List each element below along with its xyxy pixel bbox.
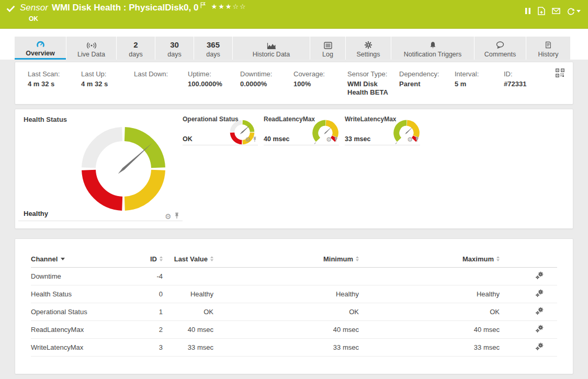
gear-icon[interactable]: ⚙ (326, 136, 332, 143)
info-last-up: Last Up:4 m 32 s (81, 70, 134, 104)
channel-settings-icon[interactable] (535, 342, 544, 352)
email-icon[interactable] (552, 8, 560, 14)
health-status-gauge (80, 125, 167, 213)
object-kind-label: Sensor (20, 3, 48, 13)
info-coverage: Coverage:100% (293, 70, 347, 104)
gauge-block-write-latency: WriteLatencyMax 33 msec ⚙ (345, 113, 420, 145)
tab-history[interactable]: History (526, 37, 570, 60)
main-gauge-value: Healthy (24, 210, 48, 217)
info-uptime: Uptime:100.0000% (188, 70, 240, 104)
header-actions (525, 7, 581, 15)
info-sensor-type: Sensor Type:WMI Disk Health BETA (347, 70, 399, 104)
main-gauge-title: Health Status (24, 116, 67, 123)
caret-down-icon (576, 10, 581, 13)
bell-icon (429, 40, 437, 49)
channel-name[interactable]: Health Status (31, 290, 72, 298)
pin-icon[interactable] (174, 212, 179, 221)
tab-historic-data[interactable]: Historic Data (233, 37, 310, 60)
tab-live-data[interactable]: Live Data (66, 37, 116, 60)
gear-icon (364, 40, 372, 49)
pause-icon[interactable] (525, 7, 531, 15)
divider (183, 145, 258, 145)
table-row: Operational Status 1 OK OK OK (31, 303, 557, 321)
table-row: WriteLatencyMax 3 33 msec 33 msec 33 mse… (31, 339, 557, 357)
area-chart-icon (267, 40, 276, 49)
broadcast-icon (87, 40, 96, 49)
divider (264, 145, 339, 145)
divider (345, 145, 420, 145)
channel-name[interactable]: Operational Status (31, 308, 87, 316)
channel-settings-icon[interactable] (535, 271, 544, 281)
info-downtime: Downtime:0.0000% (240, 70, 293, 104)
info-dependency: Dependency:Parent (399, 70, 455, 104)
channel-name[interactable]: Downtime (31, 272, 61, 280)
gear-icon[interactable]: ⚙ (245, 136, 251, 143)
tab-comments[interactable]: Comments (474, 37, 526, 60)
pin-icon[interactable] (253, 135, 257, 144)
status-badge: OK (29, 15, 247, 22)
sensor-page: Sensor WMI Disk Health : PhysicalDisk0, … (0, 0, 588, 379)
tab-notification-triggers[interactable]: Notification Triggers (391, 37, 474, 60)
table-row: Downtime -4 (31, 268, 557, 285)
info-id: ID:#72331 (504, 70, 556, 104)
channel-name[interactable]: ReadLatencyMax (31, 326, 84, 334)
column-header-id[interactable]: ID (131, 255, 163, 263)
tab-overview[interactable]: Overview (15, 37, 66, 60)
channel-settings-icon[interactable] (535, 307, 544, 317)
column-header-minimum[interactable]: Minimum (213, 255, 359, 263)
priority-stars[interactable]: ★★★☆☆ (211, 3, 246, 10)
log-icon (324, 40, 332, 49)
tab-30-days[interactable]: 30 days (155, 37, 194, 60)
comment-icon (495, 40, 505, 49)
pin-icon[interactable] (334, 135, 338, 144)
table-header-row: Channel ID Last Value Minimum Maximum (31, 250, 557, 268)
flag-icon[interactable] (200, 1, 206, 10)
tab-log[interactable]: Log (310, 37, 345, 60)
tab-settings[interactable]: Settings (346, 37, 391, 60)
channel-table-panel: Channel ID Last Value Minimum Maximum Do… (15, 238, 573, 374)
channel-settings-icon[interactable] (535, 325, 544, 335)
column-header-maximum[interactable]: Maximum (359, 255, 500, 263)
column-header-channel[interactable]: Channel (31, 255, 131, 263)
sort-desc-icon (61, 258, 65, 260)
pin-icon[interactable] (415, 135, 419, 144)
divider (18, 221, 183, 221)
refresh-icon[interactable] (567, 7, 581, 15)
page-title: WMI Disk Health : PhysicalDisk0, 0 (52, 3, 199, 13)
sort-icon (496, 256, 500, 261)
main-gauge-tools: ⚙ (165, 212, 179, 221)
channel-name[interactable]: WriteLatencyMax (31, 343, 83, 351)
tab-bar: Overview Live Data 2 days 30 days 365 da… (15, 37, 570, 60)
sensor-titles: Sensor WMI Disk Health : PhysicalDisk0, … (20, 3, 247, 22)
history-icon (545, 40, 552, 49)
info-last-down: Last Down: (134, 70, 188, 104)
info-last-scan: Last Scan:4 m 32 s (28, 70, 81, 104)
channel-settings-icon[interactable] (535, 289, 544, 299)
tab-365-days[interactable]: 365 days (194, 37, 232, 60)
gauge-icon (36, 39, 45, 48)
gear-icon[interactable]: ⚙ (165, 213, 172, 220)
qr-code-icon[interactable] (556, 68, 564, 79)
table-row: ReadLatencyMax 2 40 msec 40 msec 40 msec (31, 321, 557, 339)
gear-icon[interactable]: ⚙ (407, 136, 413, 143)
column-header-last-value[interactable]: Last Value (163, 255, 213, 263)
sensor-info-panel: Last Scan:4 m 32 s Last Up:4 m 32 s Last… (15, 62, 573, 105)
add-report-icon[interactable] (538, 7, 545, 15)
tab-2-days[interactable]: 2 days (117, 37, 155, 60)
gauge-block-read-latency: ReadLatencyMax 40 msec ⚙ (264, 113, 339, 145)
gauge-block-operational-status: Operational Status OK ⚙ (183, 113, 258, 145)
gauges-panel: Health Status Healthy ⚙ Operational Stat… (15, 109, 573, 229)
status-header: Sensor WMI Disk Health : PhysicalDisk0, … (0, 0, 588, 29)
table-row: Health Status 0 Healthy Healthy Healthy (31, 285, 557, 303)
status-ok-check-icon (6, 5, 15, 12)
info-interval: Interval:5 m (455, 70, 504, 104)
